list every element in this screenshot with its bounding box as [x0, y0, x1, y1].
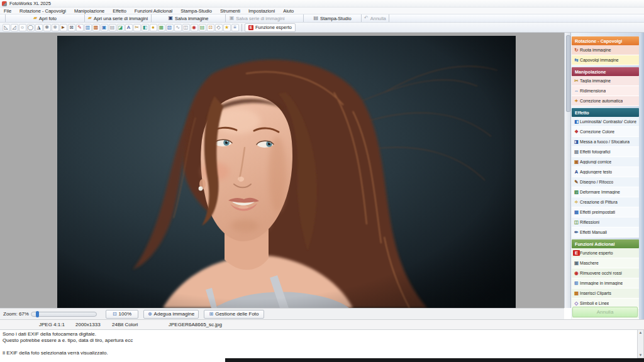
zoom-slider-thumb[interactable] [36, 311, 39, 317]
exif-line: Il EXIF della foto selezionata verrà vis… [3, 350, 635, 356]
picture-pair-icon[interactable]: ▦ [158, 24, 165, 31]
menu-item[interactable]: Manipolazione [74, 8, 104, 14]
sidebar-item-icon: ◉ [573, 270, 580, 276]
star-icon[interactable]: ★ [223, 24, 231, 31]
sidebar-item-rimuovere-occhi-rossi[interactable]: ◉ Rimuovere occhi rossi [572, 268, 639, 278]
exif-info-panel: Sono i dati EXIF della fotocamera digita… [0, 329, 637, 358]
zoom-slider[interactable] [31, 312, 97, 317]
toolbar-button-icon: ▤ [313, 16, 318, 21]
sidebar-annulla-button[interactable]: Annulla [572, 307, 638, 317]
save-image-button[interactable]: ▣ Salva immagine [151, 14, 225, 22]
clipart-icon[interactable]: ⊡ [207, 24, 214, 31]
retouch-pen-icon[interactable]: ✎ [76, 24, 84, 31]
pointer-icon[interactable]: ► [60, 24, 67, 31]
sidebar-item-aggiungere-testo[interactable]: A Aggiungere testo [572, 167, 639, 177]
picture-chart-icon[interactable]: ▧ [166, 24, 174, 31]
app-window: FotoWorks XL 2025 File Rotazione - Capov… [0, 0, 644, 362]
menu-item[interactable]: Stampa-Studio [180, 8, 212, 14]
exif-line: Questo potrebbe essere a e. tipo, data d… [3, 337, 635, 344]
vertical-scrollbar[interactable] [564, 33, 571, 308]
scroll-down-icon[interactable]: ▼ [638, 353, 643, 357]
sidebar-item-icon: ◧ [573, 119, 580, 124]
sidebar-item-correzione-colore[interactable]: ❖ Correzione Colore [572, 127, 639, 137]
sidebar-item-deformare-immagine[interactable]: ▨ Deformare Immagine [572, 187, 639, 197]
sidebar-item-effetti-manuali[interactable]: ✏ Effetti Manuali [572, 228, 639, 238]
grid-picture-icon[interactable]: ▤ [199, 24, 206, 31]
exif-line: Sono i dati EXIF della fotocamera digita… [3, 331, 635, 337]
menu-item[interactable]: Impostazioni [248, 8, 275, 14]
undo-button[interactable]: ↶ Annulla [361, 14, 389, 22]
scissors-icon[interactable]: ✂ [133, 24, 141, 31]
image-canvas[interactable] [0, 33, 564, 308]
ellipse-select-icon[interactable]: ○ [19, 24, 26, 31]
sidebar-item-effetti-preimpostati[interactable]: ▦ Effetti preimpostati [572, 207, 639, 217]
sidebar-rows: Rotazione - Capovolgi ↻ Ruota immagine ⇆… [572, 35, 639, 329]
sidebar-item-icon: ▨ [573, 189, 580, 195]
sidebar-item-label: Riflessioni [580, 220, 599, 224]
scroll-up-icon[interactable]: ▲ [638, 331, 643, 334]
photo-manager-button[interactable]: ⊞ Gestione delle Foto [204, 310, 264, 319]
sidebar-item-effetti-fotografici[interactable]: ▤ Effetti fotografici [572, 147, 639, 157]
sidebar-item-correzione-automatica[interactable]: ✦ Correzione automatica [572, 96, 639, 106]
sidebar-item-capovolgi-immagine[interactable]: ⇆ Capovolgi immagine [572, 55, 639, 65]
sidebar-item-ruota-immagine[interactable]: ↻ Ruota immagine [572, 45, 639, 55]
sidebar-item-aggiungi-cornice[interactable]: ▣ Aggiungi cornice [572, 157, 639, 167]
main-toolbar: ▰ Apri foto ▰ Apri una serie di immagini… [0, 14, 644, 23]
wave-icon[interactable]: ∿ [174, 24, 182, 31]
sidebar-item-riflessioni[interactable]: ◫ Riflessioni [572, 217, 639, 228]
expert-function-button[interactable]: E Funzione esperto [245, 23, 296, 32]
frame-icon[interactable]: ▤ [109, 24, 116, 31]
menu-item[interactable]: Funzioni Adicional [135, 8, 172, 14]
sidebar-item-icon: ▣ [573, 159, 580, 165]
menu-item[interactable]: Strumenti [220, 8, 240, 14]
rotate-left-icon[interactable]: ◺ [3, 24, 10, 31]
sidebar-item-creazione-di-pittura[interactable]: ✧ Creazione di Pittura [572, 197, 639, 207]
picture-sun-icon[interactable]: ◪ [117, 24, 125, 31]
sidebar-item-ridimensiona[interactable]: ⇔ Ridimensiona [572, 86, 639, 96]
sidebar-item-luminosita-contrasto-colore[interactable]: ◧ Luminosità/ Contrasto/ Colore [572, 117, 639, 127]
effect-icon[interactable]: ✱ [43, 24, 51, 31]
open-series-button[interactable]: ▰ Apri una serie di immagini [84, 14, 151, 22]
zoom-level-label: Zoom: 67% [3, 311, 31, 317]
exif-scrollbar[interactable]: ▲ ▼ [637, 329, 644, 358]
gradient-icon[interactable]: ◧ [142, 24, 149, 31]
sidebar-item-funzione-esperto[interactable]: E Funzione esperto [572, 248, 639, 258]
photo-portrait [57, 36, 516, 308]
open-photo-button[interactable]: ▰ Apri foto [5, 14, 84, 22]
mirror-icon[interactable]: ◫ [182, 24, 190, 31]
sidebar-item-inserisci-cliparts[interactable]: ▩ Inserisci Cliparts [572, 288, 639, 299]
zoom-button-label: Gestione delle Foto [215, 311, 258, 317]
menu-item[interactable]: Rotazione - Capovolgi [19, 8, 66, 14]
picture-icon[interactable]: ▣ [101, 24, 108, 31]
menu-item[interactable]: Effetto [113, 8, 126, 14]
text-tool-icon[interactable]: A [125, 24, 133, 31]
histogram-icon[interactable]: ▥ [84, 24, 92, 31]
vertical-scrollbar-thumb[interactable] [566, 35, 570, 112]
rotate-right-icon[interactable]: ◿ [11, 24, 18, 31]
sidebar-item-messa-a-fuoco-sfocatura[interactable]: ◨ Messa a fuoco / Sfocatura [572, 137, 639, 147]
save-series-button[interactable]: ▣ Salva serie di immagini [225, 14, 288, 22]
sidebar-item-icon: ⊞ [573, 280, 580, 286]
zoom-100-button[interactable]: ⊡ 100% [106, 310, 138, 319]
toolbar-button-label: Apri una serie di immagini [94, 16, 148, 21]
sidebar-item-icon: E [573, 250, 580, 256]
sidebar-item-immagine-in-immagine[interactable]: ⊞ Immagine in immagine [572, 278, 639, 288]
taskbar-edge [225, 358, 644, 362]
menu-item[interactable]: File [4, 8, 11, 14]
menu-item[interactable]: Aiuto [283, 8, 294, 14]
shapes-icon[interactable]: ◇ [215, 24, 223, 31]
flip-icon[interactable]: ◮ [35, 24, 43, 31]
paint-drop-icon[interactable]: ● [150, 24, 157, 31]
circle-select-icon[interactable]: ◯ [27, 24, 35, 31]
sidebar-item-disegno-ritocco[interactable]: ✎ Disegno / Ritocco [572, 177, 639, 187]
red-eye-icon[interactable]: ◉ [191, 24, 198, 31]
sidebar-item-maschere[interactable]: ▣ Maschere [572, 258, 639, 268]
fit-image-button[interactable]: ⊕ Adegua immagine [143, 310, 199, 319]
batch-icon[interactable]: ≡ [231, 24, 239, 31]
pixels-icon[interactable]: ▩ [92, 24, 100, 31]
print-studio-button[interactable]: ▤ Stampa-Studio [303, 14, 361, 22]
status-field: 24Bit Colori [112, 322, 169, 327]
crop-icon[interactable]: ⊠ [68, 24, 75, 31]
sidebar-item-taglia-immagine[interactable]: ✂ Taglia immagine [572, 76, 639, 86]
effect-soft-icon[interactable]: ✱ [52, 24, 59, 31]
